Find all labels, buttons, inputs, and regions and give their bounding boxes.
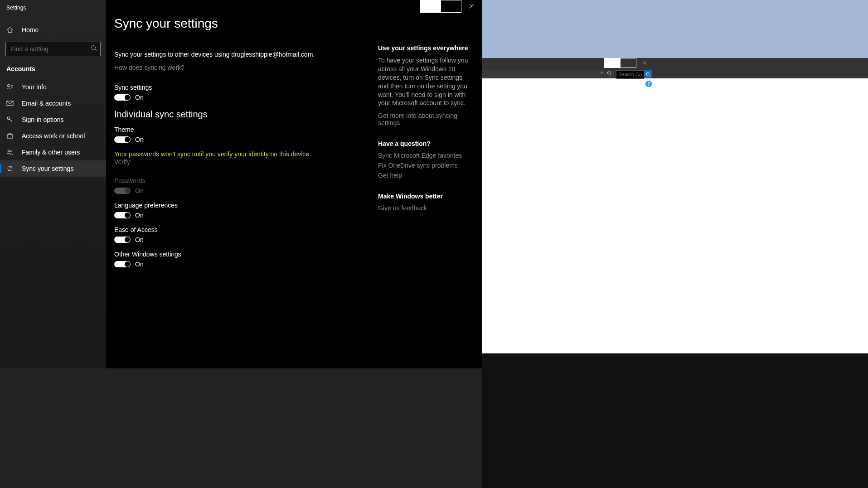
bg-minimize-button[interactable] [604,58,620,68]
sync-description: Sync your settings to other devices usin… [114,51,373,58]
toggle-state: On [135,212,144,219]
sidebar-home[interactable]: Home [0,22,106,38]
sidebar-item-sync-settings[interactable]: Sync your settings [0,160,106,177]
search-input[interactable] [5,42,101,56]
individual-sync-heading: Individual sync settings [114,109,373,120]
passwords-label: Passwords [114,177,373,184]
theme-label: Theme [114,126,373,133]
sidebar-item-your-info[interactable]: Your info [0,79,106,95]
sidebar-section-heading: Accounts [0,61,106,79]
desktop-background-bottom [482,353,868,488]
sync-settings-label: Sync settings [114,84,373,91]
side-panel: Use your settings everywhere To have you… [378,44,473,275]
sidebar-item-label: Access work or school [22,132,85,140]
other-label: Other Windows settings [114,251,373,258]
sidebar-item-label: Sync your settings [22,165,73,172]
bg-refresh-icon[interactable] [606,71,612,76]
desktop-background-top [482,0,868,58]
sync-settings-toggle[interactable] [114,94,131,101]
side-heading-everywhere: Use your settings everywhere [378,44,473,52]
sidebar-item-family[interactable]: Family & other users [0,144,106,160]
toggle-state: On [135,236,144,243]
bg-search-wrap [616,70,652,78]
password-warning: Your passwords won't sync until you veri… [114,150,373,158]
sidebar-item-access-work[interactable]: Access work or school [0,128,106,144]
side-heading-better: Make Windows better [378,193,473,200]
help-badge-icon[interactable]: ? [645,81,652,87]
toggle-state: On [135,94,144,101]
window-controls [420,0,482,13]
people-icon [6,149,14,156]
side-link-onedrive[interactable]: Fix OneDrive sync problems [378,162,473,169]
side-link-more-info[interactable]: Get more info about syncing settings [378,112,473,126]
side-heading-question: Have a question? [378,140,473,147]
sidebar-home-label: Home [22,26,39,34]
toggle-state: On [135,261,144,268]
side-link-feedback[interactable]: Give us feedback [378,204,473,212]
theme-toggle[interactable] [114,136,131,143]
sidebar-item-label: Sign-in options [22,116,64,123]
window-title: Settings [0,0,106,14]
bg-close-button[interactable] [636,58,653,68]
language-label: Language preferences [114,202,373,209]
sidebar-item-label: Email & accounts [22,100,71,107]
sync-icon [6,165,14,172]
how-syncing-works-link[interactable]: How does syncing work? [114,64,184,71]
key-icon [6,116,14,123]
svg-rect-13 [7,135,13,138]
bg-address-bar[interactable] [482,70,614,78]
sidebar-item-email-accounts[interactable]: Email & accounts [0,95,106,111]
bg-maximize-button[interactable] [620,58,636,68]
other-toggle[interactable] [114,261,131,267]
svg-line-11 [10,119,13,122]
sidebar-item-label: Family & other users [22,149,80,156]
bg-dropdown-chevron-icon[interactable] [600,71,604,75]
verify-link[interactable]: Verify [114,158,130,165]
side-link-get-help[interactable]: Get help [378,172,473,179]
svg-point-6 [8,85,10,87]
sidebar-item-label: Your info [22,83,47,91]
svg-point-15 [11,151,12,152]
side-link-edge-favorites[interactable]: Sync Microsoft Edge favorites [378,152,473,159]
main-content: Sync your settings Sync your settings to… [106,0,482,368]
svg-line-12 [11,120,12,121]
briefcase-icon [6,132,14,140]
sidebar-item-signin-options[interactable]: Sign-in options [0,111,106,128]
search-wrap [0,38,106,61]
home-icon [6,26,14,34]
maximize-button[interactable] [441,0,461,13]
person-card-icon [6,83,14,91]
minimize-button[interactable] [420,0,441,13]
bg-search-go-button[interactable] [644,70,652,78]
background-window-body [482,78,868,353]
passwords-toggle [114,188,131,194]
toggle-state: On [135,187,144,194]
settings-content: Sync your settings to other devices usin… [114,44,373,275]
bg-search-input[interactable] [616,70,644,79]
side-text-everywhere: To have your settings follow you across … [378,56,473,107]
ease-toggle[interactable] [114,237,131,243]
language-toggle[interactable] [114,212,131,218]
sidebar: Settings Home Accounts Your info Email [0,0,106,368]
svg-point-14 [8,150,10,152]
settings-window: Settings Home Accounts Your info Email [0,0,482,368]
ease-label: Ease of Access [114,226,373,233]
toggle-state: On [135,136,144,143]
svg-line-3 [649,75,650,76]
close-button[interactable] [461,0,482,13]
mail-icon [6,100,14,107]
